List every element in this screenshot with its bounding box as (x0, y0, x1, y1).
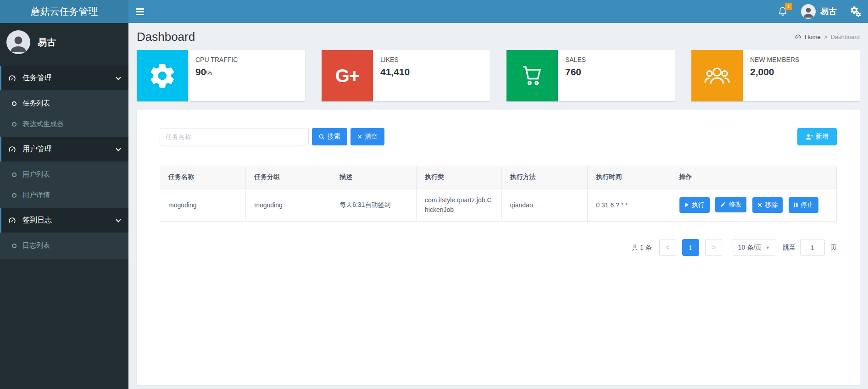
caret-down-icon: ▼ (766, 245, 770, 250)
gear-icon (137, 50, 188, 101)
close-icon (357, 134, 362, 139)
sidebar-item-user-list[interactable]: 用户列表 (0, 164, 128, 185)
prev-page-button[interactable]: < (659, 239, 676, 256)
dashboard-icon (8, 74, 17, 83)
page-unit-label: 页 (830, 244, 837, 252)
sidebar-user-panel: 易古 (0, 23, 128, 62)
sidebar-item-task-list[interactable]: 任务列表 (0, 93, 128, 114)
stop-button[interactable]: 停止 (789, 197, 818, 213)
sidebar-item-label: 任务管理 (22, 73, 52, 83)
sidebar-item-log-list[interactable]: 日志列表 (0, 235, 128, 256)
sidebar-menu: 任务管理 任务列表 表达式生成器 用户管理 用户列表 (0, 66, 128, 259)
run-button[interactable]: 执行 (679, 197, 710, 213)
col-header-cron: 执行时间 (588, 166, 671, 189)
info-box-label: SALES (565, 56, 586, 63)
pagination-total: 共 1 条 (632, 244, 652, 252)
sidebar-item-label: 用户管理 (22, 144, 52, 154)
clear-button[interactable]: 清空 (351, 128, 384, 145)
sidebar-item-task-management[interactable]: 任务管理 (0, 66, 128, 90)
circle-icon (12, 122, 17, 127)
content-wrapper: Dashboard Home > Dashboard CPU TRAFFIC 9… (128, 0, 868, 389)
app-title: 蘑菇云任务管理 (31, 5, 98, 18)
info-box-likes: G+ LIKES 41,410 (322, 50, 490, 101)
pencil-icon (720, 202, 726, 207)
pause-icon (794, 202, 798, 207)
dashboard-icon (795, 33, 801, 40)
submenu-user: 用户列表 用户详情 (0, 161, 128, 208)
info-box-value: 41,410 (380, 67, 410, 78)
col-header-job-class: 执行类 (417, 166, 502, 189)
cart-icon (506, 50, 558, 101)
dashboard-icon (8, 145, 17, 154)
notifications-button[interactable]: 1 (771, 0, 795, 23)
search-input[interactable] (160, 128, 309, 145)
col-header-method: 执行方法 (501, 166, 587, 189)
cell-cron: 0 31 6 ? * * (588, 189, 671, 222)
task-table: 任务名称 任务分组 描述 执行类 执行方法 执行时间 操作 moguding m… (160, 166, 837, 222)
sidebar-item-user-detail[interactable]: 用户详情 (0, 185, 128, 206)
circle-icon (12, 193, 17, 198)
col-header-task-group: 任务分组 (246, 166, 331, 189)
sidebar-user-name: 易古 (38, 36, 56, 49)
info-box-label: CPU TRAFFIC (195, 56, 238, 63)
breadcrumb-current: Dashboard (830, 33, 860, 40)
user-avatar (801, 4, 816, 19)
submenu-log: 日志列表 (0, 233, 128, 259)
table-row: moguding moguding 每天6:31自动签到 com.itstyle… (160, 189, 837, 222)
info-box-row: CPU TRAFFIC 90% G+ LIKES 41,410 SALES 76… (128, 50, 868, 101)
table-header-row: 任务名称 任务分组 描述 执行类 执行方法 执行时间 操作 (160, 166, 837, 189)
chevron-down-icon (116, 217, 121, 222)
info-box-value: 2,000 (750, 67, 799, 78)
next-page-button[interactable]: > (705, 239, 722, 256)
hamburger-menu-button[interactable] (128, 0, 151, 23)
pagination: 共 1 条 < 1 > 10 条/页 ▼ 跳至 页 (160, 239, 837, 256)
play-icon (684, 202, 689, 207)
user-plus-icon (806, 133, 813, 140)
navbar-username: 易古 (820, 6, 837, 17)
app-logo[interactable]: 蘑菇云任务管理 (0, 0, 128, 23)
col-header-task-name: 任务名称 (160, 166, 246, 189)
breadcrumb-separator: > (824, 33, 828, 40)
cell-method: qiandao (501, 189, 587, 222)
user-menu-button[interactable]: 易古 (795, 0, 843, 23)
sidebar-user-avatar (6, 30, 30, 54)
sidebar: 易古 任务管理 任务列表 表达式生成器 用户管理 (0, 23, 128, 389)
page-title: Dashboard (137, 30, 195, 44)
search-icon (319, 134, 325, 140)
info-box-suffix: % (206, 69, 211, 77)
main-header: 蘑菇云任务管理 1 易古 (0, 0, 868, 23)
jump-to-label: 跳至 (783, 244, 796, 252)
chevron-down-icon (116, 146, 121, 151)
edit-button[interactable]: 修改 (715, 197, 746, 212)
info-box-label: LIKES (380, 56, 410, 63)
col-header-description: 描述 (331, 166, 417, 189)
sidebar-item-user-management[interactable]: 用户管理 (0, 137, 128, 161)
task-list-card: 搜索 清空 新增 任务名称 任务分组 (137, 110, 860, 385)
breadcrumb-home-link[interactable]: Home (805, 33, 821, 40)
col-header-actions: 操作 (671, 166, 836, 189)
task-table-wrap: 任务名称 任务分组 描述 执行类 执行方法 执行时间 操作 moguding m… (160, 166, 837, 222)
breadcrumb: Home > Dashboard (795, 33, 860, 40)
page-number-button[interactable]: 1 (682, 239, 699, 256)
jump-page-input[interactable] (800, 239, 825, 256)
add-button[interactable]: 新增 (797, 128, 837, 145)
top-navbar: 1 易古 (128, 0, 868, 23)
circle-icon (12, 244, 17, 248)
cell-job-class: com.itstyle.quartz.job.ChickenJob (417, 189, 502, 222)
cell-task-group: moguding (246, 189, 331, 222)
users-icon (691, 50, 743, 101)
settings-button[interactable] (843, 0, 868, 23)
sidebar-item-expression-generator[interactable]: 表达式生成器 (0, 114, 128, 134)
hamburger-icon (136, 8, 144, 10)
info-box-value: 90 (195, 67, 206, 77)
page-size-select[interactable]: 10 条/页 ▼ (733, 239, 775, 256)
sidebar-item-signin-log[interactable]: 签到日志 (0, 208, 128, 233)
info-box-value: 760 (565, 67, 586, 78)
sidebar-item-label: 签到日志 (22, 216, 52, 225)
google-plus-icon: G+ (322, 50, 373, 101)
search-button[interactable]: 搜索 (312, 128, 347, 145)
chevron-down-icon (116, 75, 121, 80)
submenu-task: 任务列表 表达式生成器 (0, 90, 128, 137)
remove-button[interactable]: 移除 (752, 197, 783, 213)
circle-icon (12, 172, 17, 177)
